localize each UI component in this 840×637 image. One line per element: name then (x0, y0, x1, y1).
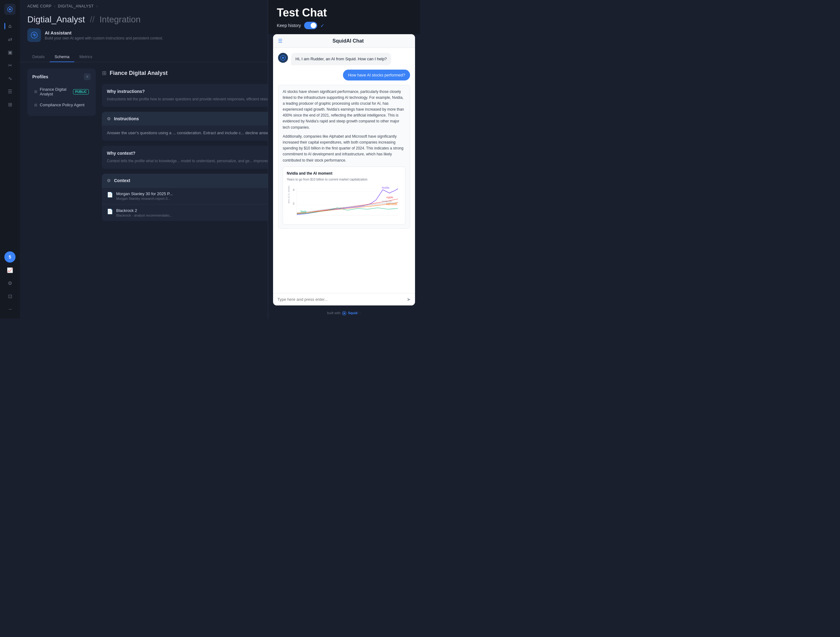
context-title: Context (114, 178, 130, 183)
profile-item-name-compliance: Compliance Policy Agent (40, 103, 85, 107)
svg-text:Nvidia: Nvidia (382, 186, 389, 189)
ai-assistant-info: AI Assistant Build your own AI agent wit… (45, 30, 163, 40)
context-icon: ⚙ (107, 178, 111, 183)
instructions-title: Instructions (114, 116, 139, 121)
bot-greeting-bubble: Hi, I am Rudder, an AI from Squid. How c… (291, 53, 391, 65)
profile-item-compliance[interactable]: ⊞ Compliance Policy Agent (32, 100, 91, 110)
sidebar-item-component[interactable]: ⊡ (4, 291, 16, 302)
chat-footer-text: built with (327, 311, 341, 315)
svg-point-0 (9, 8, 11, 10)
send-icon[interactable]: ➤ (407, 296, 411, 302)
tab-details[interactable]: Details (27, 52, 50, 62)
context-item-desc-0: Morgan Stanley research-report-3... (116, 197, 173, 201)
instructions-icon: ⚙ (107, 116, 111, 121)
profile-compliance-icon: ⊞ (34, 103, 37, 107)
chat-title: Test Chat (277, 6, 411, 19)
chat-input[interactable] (278, 297, 404, 302)
chat-window-header: ☰ SquidAI Chat (273, 34, 415, 48)
chat-menu-icon[interactable]: ☰ (278, 38, 283, 44)
context-item-name-0: Morgan Stanley 30 for 2025 P... (116, 191, 173, 196)
chat-footer-brand: Squid (348, 311, 358, 315)
context-item-info-1: Blackrock 2 Blackrock - analyst recommen… (116, 208, 172, 217)
sidebar-item-list[interactable]: ☰ (4, 86, 16, 97)
ai-assistant-icon (27, 28, 41, 42)
context-item-info-0: Morgan Stanley 30 for 2025 P... Morgan S… (116, 191, 173, 201)
sidebar-item-export[interactable]: → (4, 303, 16, 315)
ai-assistant-desc: Build your own AI agent with custom inst… (45, 36, 163, 40)
chart-svg: 3 2 ltion (U.S. dollar) (287, 185, 401, 219)
svg-point-4 (282, 57, 284, 59)
profiles-panel: Profiles + ⊞ Finance Digital Analyst PUB… (27, 68, 96, 116)
tab-schema[interactable]: Schema (50, 52, 74, 62)
chat-top-header: Test Chat Keep history ✓ (268, 0, 420, 34)
user-question-bubble: How have AI stocks performed? (343, 70, 410, 81)
profile-item-compliance-left: ⊞ Compliance Policy Agent (34, 103, 85, 107)
chat-input-area: ➤ (273, 293, 415, 305)
sidebar-bottom: 📈 ⚙ ⊡ → (4, 264, 16, 315)
svg-point-18 (344, 313, 345, 314)
chat-panel: Test Chat Keep history ✓ ☰ SquidAI Chat (268, 0, 420, 318)
svg-text:3: 3 (293, 188, 295, 191)
svg-text:2: 2 (293, 202, 295, 205)
sidebar-item-analytics[interactable]: 📈 (4, 264, 16, 276)
breadcrumb-sep1: › (54, 4, 55, 8)
page-title-main: Digtial_Analyst (27, 14, 85, 24)
profiles-title: Profiles (32, 74, 48, 79)
sidebar: ⌂ ⇄ ▣ ✂ ∿ ☰ ⊞ 5 📈 ⚙ ⊡ → (0, 0, 20, 318)
profile-header-icon: ⊞ (102, 70, 107, 76)
sidebar-item-transfer[interactable]: ⇄ (4, 33, 16, 45)
chat-footer-ai: AI (358, 311, 361, 315)
breadcrumb-page[interactable]: DIGITAL_ANALYST (58, 4, 93, 8)
sidebar-item-home[interactable]: ⌂ (4, 21, 16, 32)
svg-text:Apple: Apple (386, 196, 393, 199)
ai-response-p1: AI stocks have shown significant perform… (283, 89, 406, 131)
profile-item-icon: ⊞ (34, 90, 37, 94)
ai-response-p2: Additionally, companies like Alphabet an… (283, 134, 406, 163)
chart-container: Nvidia and the AI moment Years to go fro… (283, 166, 406, 224)
sidebar-item-wave[interactable]: ∿ (4, 73, 16, 84)
profile-item-finance[interactable]: ⊞ Finance Digital Analyst PUBLIC (32, 85, 91, 99)
sidebar-item-tools[interactable]: ✂ (4, 60, 16, 71)
sidebar-item-grid[interactable]: ▣ (4, 47, 16, 58)
context-item-desc-1: Blackrock - analyst recommendatio... (116, 213, 172, 217)
bot-greeting-row: Hi, I am Rudder, an AI from Squid. How c… (278, 53, 410, 65)
profiles-header: Profiles + (32, 73, 91, 80)
keep-history-toggle[interactable] (304, 22, 317, 29)
breadcrumb-org[interactable]: ACME CORP (27, 4, 52, 8)
page-title-slash: // (90, 14, 97, 24)
sidebar-logo[interactable] (4, 4, 16, 15)
chart-title: Nvidia and the AI moment (287, 171, 401, 177)
svg-text:ltion (U.S. dollar): ltion (U.S. dollar) (287, 185, 290, 204)
sidebar-item-settings[interactable]: ⚙ (4, 278, 16, 289)
profile-item-finance-left: ⊞ Finance Digital Analyst (34, 87, 73, 96)
profile-badge-public: PUBLIC (73, 89, 89, 95)
chart-subtitle: Years to go from $10 billion to current … (287, 177, 401, 182)
keep-history-check-icon: ✓ (320, 23, 324, 28)
profiles-add-button[interactable]: + (84, 73, 91, 80)
context-file-icon-1: 📄 (107, 209, 113, 214)
context-file-icon-0: 📄 (107, 192, 113, 198)
breadcrumb-sep2: › (96, 4, 98, 8)
sidebar-item-table[interactable]: ⊞ (4, 99, 16, 110)
ai-assistant-label: AI Assistant (45, 30, 163, 35)
keep-history-label: Keep history (277, 23, 301, 28)
profile-item-name-finance: Finance Digital Analyst (40, 87, 73, 96)
page-title-sub: Integration (99, 14, 141, 24)
sidebar-notification-badge[interactable]: 5 (4, 251, 16, 262)
svg-point-2 (33, 35, 35, 36)
keep-history-row: Keep history ✓ (277, 22, 411, 29)
chat-window-title: SquidAI Chat (286, 38, 410, 44)
ai-response-bubble: AI stocks have shown significant perform… (278, 85, 410, 229)
chat-messages: Hi, I am Rudder, an AI from Squid. How c… (273, 48, 415, 293)
app-wrapper: ACME CORP › DIGITAL_ANALYST › Digtial_An… (20, 0, 420, 318)
tab-metrics[interactable]: Metrics (74, 52, 97, 62)
chat-footer: built with SquidAI (268, 309, 420, 318)
profile-header-title: Fiance Digital Analyst (110, 70, 167, 76)
chat-window: ☰ SquidAI Chat Hi, I am Rudder, an AI fr… (273, 34, 415, 305)
svg-text:Microsoft: Microsoft (386, 202, 397, 206)
bot-avatar (278, 53, 288, 63)
context-item-name-1: Blackrock 2 (116, 208, 172, 213)
